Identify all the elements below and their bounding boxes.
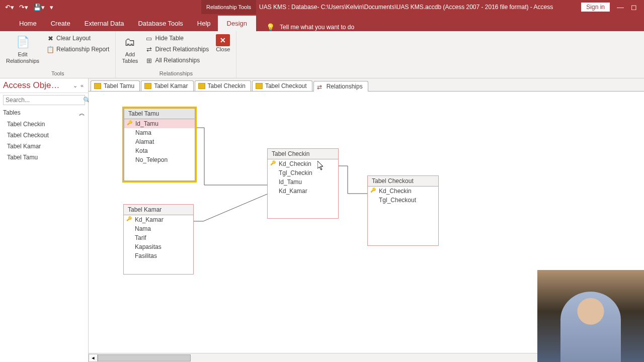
doc-tab-label: Relationships	[327, 83, 363, 90]
table-title[interactable]: Tabel Checkin	[268, 149, 338, 159]
ribbon-group-label: Relationships	[120, 69, 232, 78]
close-button[interactable]: ✕ Close	[214, 33, 232, 54]
table-icon	[144, 83, 151, 89]
doc-tab-label: Tabel Checkin	[208, 82, 246, 89]
field-alamat[interactable]: Alamat	[124, 137, 195, 146]
add-tables-icon: 🗂	[122, 34, 138, 50]
ribbon: 📄 Edit Relationships ✖ Clear Layout 📋 Re…	[0, 31, 644, 78]
edit-relationships-button[interactable]: 📄 Edit Relationships	[4, 33, 41, 65]
minimize-icon[interactable]: —	[617, 3, 624, 11]
doc-tab-label: Tabel Kamar	[154, 82, 188, 89]
collapse-group-icon: ︽	[79, 109, 85, 118]
add-tables-button[interactable]: 🗂 Add Tables	[120, 33, 140, 65]
contextual-tab-label: Relationship Tools	[201, 0, 256, 14]
table-title[interactable]: Tabel Tamu	[124, 109, 195, 119]
report-icon: 📋	[46, 45, 54, 53]
ribbon-group-relationships: 🗂 Add Tables ▭ Hide Table ⇄ Direct Relat…	[116, 31, 236, 78]
nav-group-header[interactable]: Tables ︽	[3, 108, 85, 119]
ribbon-group-label: Tools	[4, 69, 111, 78]
window-title: UAS KMS : Database- C:\Users\Kelvin\Docu…	[259, 4, 553, 11]
clear-layout-button[interactable]: ✖ Clear Layout	[44, 33, 111, 43]
field-nama[interactable]: Nama	[124, 224, 193, 233]
tell-me-search[interactable]: 💡 Tell me what you want to do	[266, 23, 354, 31]
document-tabs: Tabel TamuTabel KamarTabel CheckinTabel …	[89, 78, 644, 92]
search-input[interactable]	[4, 96, 83, 105]
tab-create[interactable]: Create	[44, 16, 77, 31]
svg-line-4	[203, 194, 267, 221]
direct-relationships-button[interactable]: ⇄ Direct Relationships	[143, 44, 211, 54]
field-kapasitas[interactable]: Kapasitas	[124, 242, 193, 251]
table-icon	[94, 83, 101, 89]
field-tgl_checkin[interactable]: Tgl_Checkin	[268, 168, 338, 177]
clear-icon: ✖	[46, 34, 54, 42]
ribbon-tab-strip: Home Create External Data Database Tools…	[0, 14, 644, 31]
field-kd_checkin[interactable]: Kd_Checkin	[268, 159, 338, 168]
direct-relationships-icon: ⇄	[145, 45, 153, 53]
table-checkout[interactable]: Tabel CheckoutKd_CheckinTgl_Checkout	[367, 175, 439, 246]
nav-collapse-icon[interactable]: «	[79, 82, 85, 88]
table-checkin[interactable]: Tabel CheckinKd_CheckinTgl_CheckinId_Tam…	[267, 148, 339, 219]
close-icon: ✕	[216, 34, 230, 46]
lightbulb-icon: 💡	[266, 23, 275, 31]
doc-tab-tabel-kamar[interactable]: Tabel Kamar	[141, 80, 193, 91]
table-kamar[interactable]: Tabel KamarKd_KamarNamaTarifKapasitasFas…	[123, 204, 194, 275]
webcam-person	[560, 292, 621, 362]
navigation-pane: Access Obje… ⌄ « 🔍 Tables ︽ Tabel Checki…	[0, 78, 89, 362]
scroll-thumb[interactable]	[98, 354, 191, 361]
qat-customize-icon[interactable]: ▾	[50, 4, 53, 11]
tab-design[interactable]: Design	[218, 16, 256, 31]
field-tgl_checkout[interactable]: Tgl_Checkout	[368, 196, 438, 205]
field-nama[interactable]: Nama	[124, 128, 195, 137]
undo-icon[interactable]: ↶▾	[5, 4, 14, 11]
edit-relationships-icon: 📄	[15, 34, 31, 50]
tell-me-label: Tell me what you want to do	[280, 24, 354, 31]
all-relationships-icon: ⊞	[145, 56, 153, 64]
doc-tab-label: Tabel Checkout	[265, 82, 307, 89]
nav-item-tabel-tamu[interactable]: Tabel Tamu	[3, 152, 85, 163]
field-tarif[interactable]: Tarif	[124, 233, 193, 242]
field-kd_checkin[interactable]: Kd_Checkin	[368, 187, 438, 196]
table-icon	[198, 83, 205, 89]
scroll-left-icon[interactable]: ◄	[89, 354, 98, 362]
nav-item-tabel-kamar[interactable]: Tabel Kamar	[3, 141, 85, 152]
field-kd_kamar[interactable]: Kd_Kamar	[124, 215, 193, 224]
field-id_tamu[interactable]: Id_Tamu	[124, 119, 195, 128]
tab-database-tools[interactable]: Database Tools	[131, 16, 190, 31]
table-title[interactable]: Tabel Checkout	[368, 176, 438, 187]
doc-tab-tabel-checkout[interactable]: Tabel Checkout	[252, 80, 312, 91]
sign-in-button[interactable]: Sign in	[581, 3, 610, 12]
doc-tab-tabel-tamu[interactable]: Tabel Tamu	[91, 80, 140, 91]
nav-dropdown-icon[interactable]: ⌄	[71, 82, 79, 89]
ribbon-group-tools: 📄 Edit Relationships ✖ Clear Layout 📋 Re…	[0, 31, 116, 78]
table-tamu[interactable]: Tabel TamuId_TamuNamaAlamatKotaNo_Telepo…	[124, 108, 195, 181]
field-fasilitas[interactable]: Fasilitas	[124, 251, 193, 260]
nav-pane-title: Access Obje…	[3, 80, 71, 90]
nav-group-tables: Tables ︽ Tabel Checkin Tabel Checkout Ta…	[0, 107, 88, 164]
relationships-icon: ⇄	[317, 83, 324, 89]
nav-item-tabel-checkin[interactable]: Tabel Checkin	[3, 119, 85, 130]
nav-search: 🔍	[3, 95, 85, 105]
quick-access-toolbar: ↶▾ ↷▾ 💾▾ ▾	[0, 4, 53, 11]
tab-home[interactable]: Home	[12, 16, 44, 31]
doc-tab-relationships[interactable]: ⇄Relationships	[313, 81, 368, 92]
table-icon	[256, 83, 263, 89]
nav-item-tabel-checkout[interactable]: Tabel Checkout	[3, 130, 85, 141]
nav-pane-header[interactable]: Access Obje… ⌄ «	[0, 78, 88, 93]
hide-table-icon: ▭	[145, 34, 153, 42]
all-relationships-button[interactable]: ⊞ All Relationships	[143, 55, 211, 65]
save-icon[interactable]: 💾▾	[33, 4, 45, 11]
field-kd_kamar[interactable]: Kd_Kamar	[268, 187, 338, 196]
restore-icon[interactable]: ◻	[631, 3, 637, 11]
relationship-report-button[interactable]: 📋 Relationship Report	[44, 44, 111, 54]
redo-icon[interactable]: ↷▾	[19, 4, 28, 11]
tab-external-data[interactable]: External Data	[77, 16, 131, 31]
hide-table-button[interactable]: ▭ Hide Table	[143, 33, 211, 43]
field-no_telepon[interactable]: No_Telepon	[124, 155, 195, 164]
doc-tab-tabel-checkin[interactable]: Tabel Checkin	[195, 80, 251, 91]
tab-help[interactable]: Help	[190, 16, 218, 31]
field-kota[interactable]: Kota	[124, 146, 195, 155]
table-title[interactable]: Tabel Kamar	[124, 205, 193, 215]
doc-tab-label: Tabel Tamu	[104, 82, 134, 89]
title-bar: ↶▾ ↷▾ 💾▾ ▾ Relationship Tools UAS KMS : …	[0, 0, 644, 14]
field-id_tamu[interactable]: Id_Tamu	[268, 177, 338, 187]
